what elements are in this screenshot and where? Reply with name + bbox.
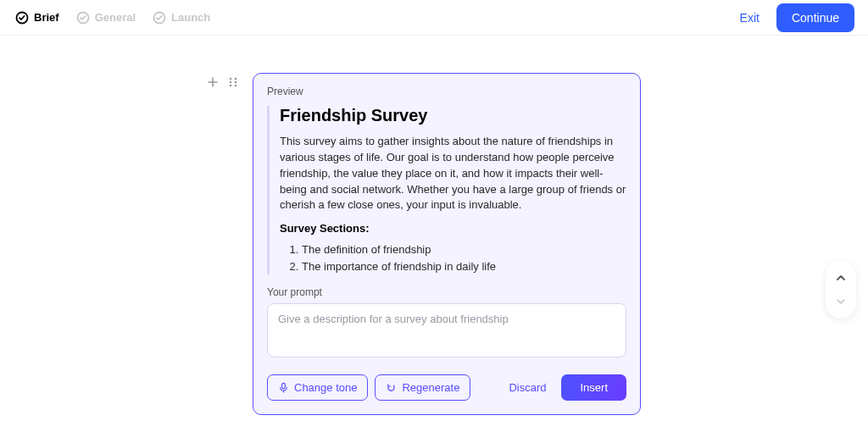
svg-rect-9 xyxy=(282,384,286,390)
left-actions: Change tone Regenerate xyxy=(267,374,470,401)
list-item: The importance of friendship in daily li… xyxy=(302,258,626,275)
header-actions: Exit Continue xyxy=(740,3,854,32)
check-circle-icon xyxy=(76,11,90,25)
floating-nav xyxy=(826,261,856,318)
wizard-steps: Brief General Launch xyxy=(15,11,210,25)
check-circle-icon xyxy=(153,11,166,25)
preview-body: Friendship Survey This survey aims to ga… xyxy=(267,106,626,274)
drag-handle-icon[interactable] xyxy=(227,76,239,88)
svg-point-7 xyxy=(230,85,232,87)
change-tone-button[interactable]: Change tone xyxy=(267,374,368,401)
main-area: Preview Friendship Survey This survey ai… xyxy=(0,36,868,76)
insert-button[interactable]: Insert xyxy=(561,374,626,401)
svg-point-3 xyxy=(230,78,232,80)
preview-label: Preview xyxy=(267,86,626,97)
ai-preview-card: Preview Friendship Survey This survey ai… xyxy=(253,73,641,415)
microphone-icon xyxy=(278,382,289,393)
svg-point-8 xyxy=(235,85,237,87)
step-brief[interactable]: Brief xyxy=(15,11,59,25)
prompt-label: Your prompt xyxy=(267,286,626,298)
survey-description: This survey aims to gather insights abou… xyxy=(280,134,626,213)
svg-point-5 xyxy=(230,81,232,84)
chevron-down-icon[interactable] xyxy=(829,290,853,313)
survey-title: Friendship Survey xyxy=(280,106,626,125)
step-label: Launch xyxy=(171,11,210,24)
button-label: Change tone xyxy=(294,381,357,394)
step-general[interactable]: General xyxy=(76,11,136,25)
exit-link[interactable]: Exit xyxy=(740,11,760,25)
refresh-icon xyxy=(386,382,397,393)
plus-icon[interactable] xyxy=(207,76,219,88)
list-item: The definition of friendship xyxy=(302,241,626,258)
prompt-input[interactable] xyxy=(267,303,626,357)
button-label: Regenerate xyxy=(402,381,459,394)
continue-button[interactable]: Continue xyxy=(776,3,854,32)
chevron-up-icon[interactable] xyxy=(829,266,853,290)
wizard-header: Brief General Launch Exit Continue xyxy=(0,0,868,36)
card-actions: Change tone Regenerate Discard Insert xyxy=(267,374,626,401)
step-launch[interactable]: Launch xyxy=(153,11,210,25)
svg-point-6 xyxy=(235,81,237,84)
regenerate-button[interactable]: Regenerate xyxy=(375,374,470,401)
svg-point-4 xyxy=(235,78,237,80)
right-actions: Discard Insert xyxy=(509,374,626,401)
discard-button[interactable]: Discard xyxy=(509,381,546,394)
step-label: Brief xyxy=(34,11,59,24)
block-tools xyxy=(207,76,239,88)
check-circle-icon xyxy=(15,11,29,25)
sections-list: The definition of friendship The importa… xyxy=(280,241,626,274)
step-label: General xyxy=(95,11,136,24)
sections-heading: Survey Sections: xyxy=(280,222,626,235)
